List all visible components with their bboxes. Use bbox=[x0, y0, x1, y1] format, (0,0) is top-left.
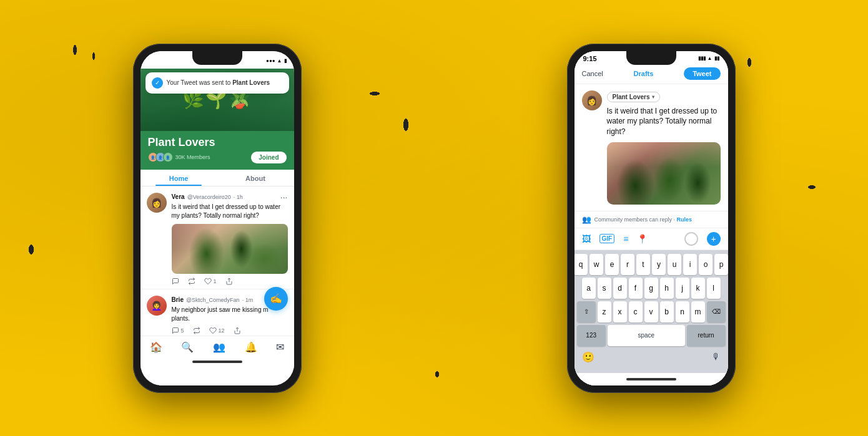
key-j[interactable]: j bbox=[676, 278, 689, 299]
reply-community-icon: 👥 bbox=[582, 215, 591, 224]
key-e[interactable]: e bbox=[605, 254, 619, 275]
key-k[interactable]: k bbox=[691, 278, 705, 299]
key-p[interactable]: p bbox=[714, 254, 728, 275]
status-icons-2: ▮▮▮ ▲ ▮▮ bbox=[698, 56, 719, 61]
keyboard-row-2: a s d f g h j k l bbox=[577, 278, 726, 299]
tweet-2-reply-action[interactable]: 5 bbox=[172, 327, 184, 334]
key-z[interactable]: z bbox=[598, 301, 611, 322]
key-s[interactable]: s bbox=[598, 278, 611, 299]
key-space[interactable]: space bbox=[608, 325, 685, 346]
tweet-button[interactable]: Tweet bbox=[684, 67, 720, 80]
cancel-button[interactable]: Cancel bbox=[582, 70, 603, 77]
tweet-1-handle: @Veracordeiro20 bbox=[187, 194, 231, 200]
key-h[interactable]: h bbox=[660, 278, 674, 299]
nav-people[interactable]: 👥 bbox=[213, 341, 225, 353]
key-n[interactable]: n bbox=[676, 301, 689, 322]
keyboard-row-bottom: 123 space return bbox=[577, 325, 726, 346]
tweet-1-actions: 1 bbox=[172, 278, 288, 285]
tweet-1-retweet-action[interactable] bbox=[188, 278, 195, 285]
key-d[interactable]: d bbox=[613, 278, 627, 299]
key-v[interactable]: v bbox=[644, 301, 658, 322]
tweet-1-menu-icon[interactable]: ··· bbox=[280, 193, 288, 201]
key-f[interactable]: f bbox=[629, 278, 643, 299]
tweet-2-like-action[interactable]: 12 bbox=[209, 327, 225, 334]
wifi-icon-2: ▲ bbox=[708, 56, 713, 61]
members-count: 30K Members bbox=[175, 154, 210, 160]
key-i[interactable]: i bbox=[683, 254, 697, 275]
key-return[interactable]: return bbox=[687, 325, 726, 346]
key-o[interactable]: o bbox=[699, 254, 713, 275]
keyboard-row-1: q w e r t y u i o p bbox=[577, 254, 726, 275]
nav-search[interactable]: 🔍 bbox=[181, 341, 194, 353]
key-t[interactable]: t bbox=[636, 254, 650, 275]
key-c[interactable]: c bbox=[629, 301, 643, 322]
rules-link[interactable]: Rules bbox=[677, 216, 693, 223]
key-w[interactable]: w bbox=[589, 254, 603, 275]
image-toolbar-icon[interactable]: 🖼 bbox=[582, 234, 591, 244]
drafts-button[interactable]: Drafts bbox=[634, 70, 654, 77]
tweet-1-like-action[interactable]: 1 bbox=[204, 278, 217, 285]
nav-notifications[interactable]: 🔔 bbox=[245, 341, 257, 353]
key-a[interactable]: a bbox=[582, 278, 596, 299]
compose-body: 👩 Plant Lovers ▾ Is it weird that I get … bbox=[575, 84, 728, 211]
signal-bar-icon: ▮▮▮ bbox=[698, 56, 706, 61]
tweet-1-name: Vera bbox=[172, 193, 185, 200]
community-title: Plant Lovers bbox=[148, 136, 287, 149]
key-b[interactable]: b bbox=[660, 301, 674, 322]
key-backspace[interactable]: ⌫ bbox=[707, 301, 726, 322]
tweet-2-handle: @Sktch_ComedyFan bbox=[186, 297, 240, 303]
tweet-1-reply-action[interactable] bbox=[172, 278, 179, 285]
key-shift[interactable]: ⇧ bbox=[577, 301, 596, 322]
compose-toolbar: 🖼 GIF ≡ 📍 + bbox=[575, 228, 728, 250]
community-hero: 🌿🌱🪴 ✓ Your Tweet was sent to Plant Lover… bbox=[141, 69, 294, 131]
battery-icon-2: ▮▮ bbox=[714, 56, 719, 61]
emoji-key[interactable]: 🙂 bbox=[582, 351, 594, 363]
key-123[interactable]: 123 bbox=[577, 325, 606, 346]
key-r[interactable]: r bbox=[621, 254, 634, 275]
toast-check-icon: ✓ bbox=[152, 77, 163, 89]
phone-1: ●●● ▲ ▮ 🌿🌱🪴 ✓ Your Tweet was sent to Pla… bbox=[133, 44, 302, 393]
community-info-section: Plant Lovers 👤 👤 👤 30K Members Joined bbox=[141, 131, 294, 170]
home-bar-2 bbox=[626, 378, 676, 380]
phone-2: 9:15 ▮▮▮ ▲ ▮▮ Cancel Drafts Tweet 👩 bbox=[567, 44, 736, 393]
compose-header: Cancel Drafts Tweet bbox=[575, 64, 728, 84]
key-m[interactable]: m bbox=[691, 301, 705, 322]
mic-key[interactable]: 🎙 bbox=[712, 352, 721, 362]
key-y[interactable]: y bbox=[652, 254, 666, 275]
compose-tweet-text[interactable]: Is it weird that I get dressed up to wat… bbox=[607, 106, 721, 137]
battery-icon: ▮ bbox=[284, 58, 287, 64]
key-g[interactable]: g bbox=[644, 278, 658, 299]
tweet-2-retweet-action[interactable] bbox=[193, 327, 200, 334]
tab-about[interactable]: About bbox=[217, 170, 294, 186]
tweet-2-share-action[interactable] bbox=[234, 327, 241, 334]
tweet-1: 👩 Vera @Veracordeiro20 · 1h ··· Is it we… bbox=[141, 187, 294, 289]
home-bar-1 bbox=[192, 361, 242, 363]
nav-messages[interactable]: ✉ bbox=[276, 341, 284, 353]
tweet-1-header: Vera @Veracordeiro20 · 1h ··· bbox=[172, 193, 288, 201]
tweet-1-share-action[interactable] bbox=[225, 278, 233, 285]
joined-button[interactable]: Joined bbox=[251, 152, 286, 163]
location-toolbar-icon[interactable]: 📍 bbox=[637, 234, 648, 244]
tab-home[interactable]: Home bbox=[141, 170, 217, 186]
tweet-1-text: Is it weird that I get dressed up to wat… bbox=[172, 203, 288, 220]
list-toolbar-icon[interactable]: ≡ bbox=[623, 234, 628, 244]
tweet-2-actions: 5 12 bbox=[172, 327, 288, 334]
member-avatars: 👤 👤 👤 bbox=[148, 152, 173, 162]
community-badge[interactable]: Plant Lovers ▾ bbox=[607, 92, 660, 102]
tweet-2: 👩‍🦱 Brie @Sktch_ComedyFan · 1m ··· My ne… bbox=[141, 289, 294, 336]
key-q[interactable]: q bbox=[575, 254, 588, 275]
phone-2-notch bbox=[626, 51, 676, 65]
key-u[interactable]: u bbox=[668, 254, 681, 275]
gif-toolbar-icon[interactable]: GIF bbox=[599, 234, 615, 243]
member-avatar-3: 👤 bbox=[163, 152, 173, 162]
nav-home[interactable]: 🏠 bbox=[150, 341, 162, 353]
phone-1-content: ●●● ▲ ▮ 🌿🌱🪴 ✓ Your Tweet was sent to Pla… bbox=[141, 51, 294, 368]
keyboard-emoji-row: 🙂 🎙 bbox=[577, 349, 726, 364]
key-x[interactable]: x bbox=[613, 301, 627, 322]
key-l[interactable]: l bbox=[707, 278, 721, 299]
add-tweet-icon[interactable]: + bbox=[707, 232, 721, 246]
phone-2-content: 9:15 ▮▮▮ ▲ ▮▮ Cancel Drafts Tweet 👩 bbox=[575, 51, 728, 385]
compose-fab[interactable]: ✍ bbox=[264, 287, 288, 311]
members-row: 👤 👤 👤 30K Members bbox=[148, 152, 210, 162]
reply-info-text: Community members can reply · Rules bbox=[594, 216, 693, 223]
